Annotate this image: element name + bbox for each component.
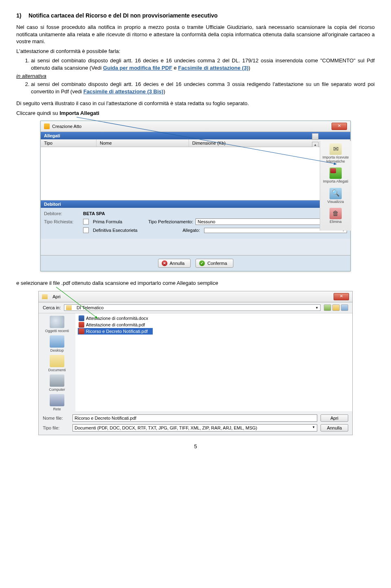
location-select[interactable]: DI Telematico ▼ xyxy=(64,304,321,311)
p4-text-a: Cliccare quindi su xyxy=(16,110,59,116)
debitore-label: Debitore: xyxy=(44,211,81,216)
conferma-button[interactable]: ✓ Conferma xyxy=(196,259,233,268)
network-label: Rete xyxy=(50,407,64,411)
file2-name: Attestazione di conformità.pdf xyxy=(86,322,145,327)
file-list: Attestazione di conformità.docx Attestaz… xyxy=(75,313,352,411)
nome-file-input[interactable]: Ricorso e Decreto Notificati.pdf xyxy=(72,414,317,422)
delete-icon: 🗑 xyxy=(329,208,342,219)
select-value: Nessuno xyxy=(198,219,215,224)
li1-text-c: ) xyxy=(248,65,250,71)
tool3-label: Visualizza xyxy=(327,200,344,204)
debitori-section-header: Debitori xyxy=(41,200,350,208)
link-facsimile-3bis[interactable]: Facsimile di attestazione (3 Bis) xyxy=(83,88,164,95)
spacer xyxy=(41,239,350,255)
bottom-fields: Nome file: Ricorso e Decreto Notificati.… xyxy=(39,411,352,435)
folder-icon xyxy=(66,305,72,310)
computer-place[interactable]: Computer xyxy=(49,374,65,392)
titlebar: Apri ✕ xyxy=(39,291,352,302)
file-item[interactable]: Attestazione di conformità.pdf xyxy=(78,322,350,328)
paragraph-4: Cliccare quindi su Importa Allegati xyxy=(16,110,375,117)
close-button[interactable]: ✕ xyxy=(332,123,347,130)
li2-text-b: ) xyxy=(163,88,165,95)
pdf-icon xyxy=(79,322,84,328)
heading-number: 1) xyxy=(16,12,27,19)
allegato-label: Allegato: xyxy=(148,228,202,233)
definitiva-label: Definitiva Esecutorieta xyxy=(93,228,146,233)
documents-place[interactable]: Documenti xyxy=(48,355,66,372)
places-bar: Oggetti recenti Desktop Documenti Comput… xyxy=(39,313,75,411)
cubes-icon xyxy=(329,167,342,179)
chevron-down-icon: ▼ xyxy=(312,425,315,430)
paragraph-5: e selezionare il file .pdf ottenuto dall… xyxy=(16,280,375,287)
debtor-area: Debitore: BETA SPA Tipo Richiesta: Prima… xyxy=(41,208,350,239)
prima-formula-checkbox[interactable] xyxy=(83,219,89,225)
li2-text-a: ai sensi del combinato disposto degli ar… xyxy=(31,81,375,95)
magnifier-icon: 🔍 xyxy=(329,188,342,199)
definitiva-checkbox[interactable] xyxy=(83,227,89,233)
cancel-icon: ✕ xyxy=(162,260,167,266)
tipo-perfezionamento-label: Tipo Perfezionamento: xyxy=(148,219,193,224)
tipo-file-value: Documenti (PDF, DOC, DOCX, RTF, TXT, JPG… xyxy=(75,425,257,430)
envelope-icon: ✉ xyxy=(329,143,342,155)
annulla-button[interactable]: Annulla xyxy=(321,424,348,432)
annulla-label: Annulla xyxy=(170,261,185,266)
table-header: Tipo Nome Dimensione (Kb) xyxy=(41,139,350,147)
annulla-button[interactable]: ✕ Annulla xyxy=(158,259,191,268)
titlebar: Creazione Atto ✕ xyxy=(41,121,350,132)
tipo-richiesta-label: Tipo Richiesta: xyxy=(44,219,81,224)
location-row: Cerca in: DI Telematico ▼ xyxy=(39,302,352,313)
network-place[interactable]: Rete xyxy=(50,394,64,411)
file3-name: Ricorso e Decreto Notificati.pdf xyxy=(86,329,148,334)
back-icon[interactable] xyxy=(324,304,331,311)
apri-button[interactable]: Apri xyxy=(321,414,348,422)
nome-file-label: Nome file: xyxy=(43,416,69,421)
apri-dialog: Apri ✕ Cerca in: DI Telematico ▼ Oggetti… xyxy=(38,291,353,435)
paragraph-2: L'attestazione di conformità è possibile… xyxy=(16,48,375,55)
paragraph-3: Di seguito verrà illustrato il caso in c… xyxy=(16,100,375,107)
li1-text-b: e xyxy=(172,65,178,71)
pdf-icon xyxy=(79,328,84,334)
chevron-down-icon: ▼ xyxy=(315,306,319,310)
th-nome: Nome xyxy=(97,139,189,147)
documents-label: Documenti xyxy=(48,368,66,372)
computer-icon xyxy=(50,374,64,387)
up-folder-icon[interactable] xyxy=(332,304,340,311)
network-icon xyxy=(50,394,64,406)
close-button[interactable]: ✕ xyxy=(334,293,349,300)
tool4-label: Elimina xyxy=(329,220,342,224)
visualizza-button[interactable]: 🔍 Visualizza xyxy=(327,188,344,204)
tipo-file-label: Tipo file: xyxy=(43,425,69,430)
link-guida-pdf[interactable]: Guida per modifica file PDF xyxy=(103,65,172,71)
docx-icon xyxy=(79,315,84,321)
conferma-label: Conferma xyxy=(207,261,227,266)
window-title: Creazione Atto xyxy=(52,124,81,129)
elimina-button[interactable]: 🗑 Elimina xyxy=(329,208,342,224)
importa-allegati-button[interactable]: Importa Allegati xyxy=(323,167,348,183)
creazione-atto-window: Creazione Atto ✕ Allegati Tipo Nome Dime… xyxy=(40,121,351,271)
file-item[interactable]: Attestazione di conformità.docx xyxy=(78,315,350,322)
recent-icon xyxy=(50,316,64,328)
refresh-icon[interactable] xyxy=(312,133,319,140)
th-tipo: Tipo xyxy=(41,139,97,147)
section-heading: 1) Notifica cartacea del Ricorso e del D… xyxy=(16,12,375,19)
cerca-in-label: Cerca in: xyxy=(43,305,61,310)
window-title: Apri xyxy=(53,294,61,299)
list-item-2: ai sensi del combinato disposto degli ar… xyxy=(31,81,375,95)
link-facsimile-3[interactable]: Facsimile di attestazione (3) xyxy=(178,65,248,71)
desktop-place[interactable]: Desktop xyxy=(50,335,64,352)
nome-file-value: Ricorso e Decreto Notificati.pdf xyxy=(75,416,136,421)
confirm-icon: ✓ xyxy=(199,260,205,266)
in-alternativa-label: in alternativa xyxy=(16,73,375,79)
tipo-file-select[interactable]: Documenti (PDF, DOC, DOCX, RTF, TXT, JPG… xyxy=(72,424,317,432)
tool2-label: Importa Allegati xyxy=(323,180,348,183)
debitore-value: BETA SPA xyxy=(83,211,105,216)
desktop-label: Desktop xyxy=(50,348,64,352)
list-item-1: ai sensi del combinato disposto degli ar… xyxy=(31,57,375,71)
recent-place[interactable]: Oggetti recenti xyxy=(45,316,69,333)
right-toolbar: ✉ Importa ricevute telematiche Importa A… xyxy=(320,141,351,230)
view-icon[interactable] xyxy=(341,304,348,311)
file-item-selected[interactable]: Ricorso e Decreto Notificati.pdf xyxy=(78,328,153,335)
paragraph-1: Nel caso si fosse proceduto alla notific… xyxy=(16,24,375,45)
importa-ricevute-button[interactable]: ✉ Importa ricevute telematiche xyxy=(320,143,351,163)
p4-bold: Importa Allegati xyxy=(59,110,99,116)
